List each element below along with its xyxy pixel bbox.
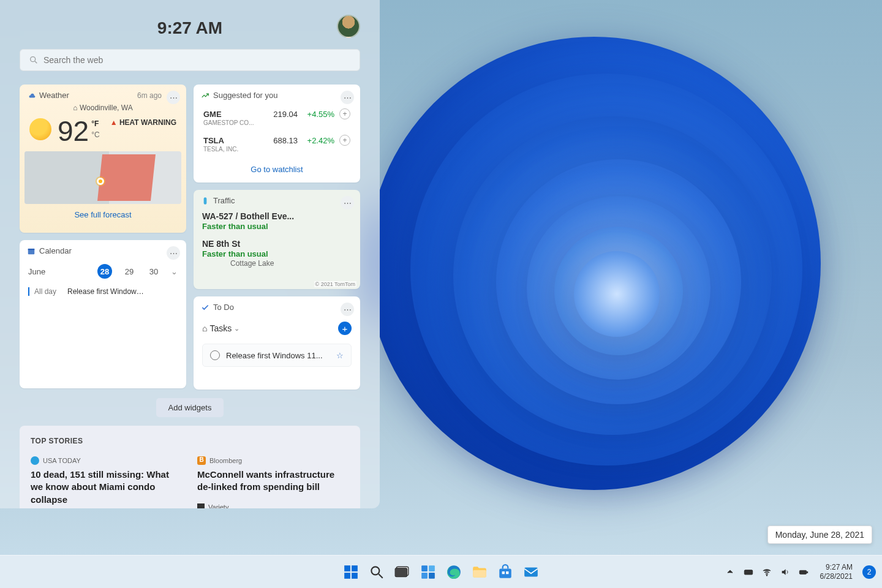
svg-rect-8 xyxy=(352,573,358,579)
stocks-title: Suggested for you xyxy=(213,91,278,100)
weather-more-button[interactable]: ⋯ xyxy=(167,91,180,104)
calendar-title: Calendar xyxy=(39,246,72,255)
svg-rect-20 xyxy=(499,568,511,578)
calendar-more-button[interactable]: ⋯ xyxy=(167,246,180,260)
weather-units[interactable]: °F°C xyxy=(91,118,99,140)
stock-company-name: GAMESTOP CO... xyxy=(194,119,360,126)
chevron-down-icon[interactable]: ⌄ xyxy=(171,267,178,276)
traffic-title: Traffic xyxy=(213,196,235,205)
watchlist-link[interactable]: Go to watchlist xyxy=(194,159,360,183)
calendar-day-30[interactable]: 30 xyxy=(146,264,161,279)
svg-rect-32 xyxy=(807,571,807,573)
date-tooltip: Monday, June 28, 2021 xyxy=(767,526,872,544)
svg-rect-15 xyxy=(429,565,435,571)
widgets-taskbar-button[interactable] xyxy=(418,562,438,582)
svg-rect-7 xyxy=(344,573,350,579)
top-stories-heading: TOP STORIES xyxy=(31,437,349,445)
task-checkbox[interactable] xyxy=(210,350,220,360)
story-2[interactable]: BBloomberg McConnell wants infrastructur… xyxy=(197,456,349,508)
weather-widget[interactable]: Weather 6m ago ⋯ ⌂ Woodinville, WA 92 °F… xyxy=(20,85,186,233)
svg-rect-23 xyxy=(524,567,538,576)
svg-point-9 xyxy=(371,567,379,575)
search-box[interactable]: Search the web xyxy=(20,49,360,71)
taskbar-search-button[interactable] xyxy=(367,562,386,582)
wifi-icon[interactable] xyxy=(761,567,772,578)
stocks-more-button[interactable]: ⋯ xyxy=(341,91,354,104)
task-text: Release first Windows 11... xyxy=(226,351,330,360)
svg-rect-3 xyxy=(28,248,35,249)
svg-rect-21 xyxy=(502,571,505,573)
source-name: Bloomberg xyxy=(209,457,242,464)
calendar-event[interactable]: Release first Windows 1... xyxy=(67,287,147,296)
stock-price: 219.04 xyxy=(240,110,298,119)
todo-more-button[interactable]: ⋯ xyxy=(341,303,354,316)
user-avatar[interactable] xyxy=(337,15,360,38)
all-day-label: All day xyxy=(34,287,56,296)
home-icon: ⌂ xyxy=(202,323,207,333)
map-copyright: © 2021 TomTom xyxy=(314,281,357,287)
svg-rect-5 xyxy=(344,565,350,571)
edge-button[interactable] xyxy=(444,562,464,582)
chevron-down-icon[interactable]: ⌄ xyxy=(234,325,239,333)
mail-button[interactable] xyxy=(521,562,541,582)
story-headline: McConnell wants infrastructure de-linked… xyxy=(197,469,349,494)
todo-title: To Do xyxy=(213,303,234,312)
calendar-widget[interactable]: Calendar ⋯ June 28 29 30 ⌄ All day Relea… xyxy=(20,240,186,388)
traffic-widget[interactable]: Traffic ⋯ WA-527 / Bothell Eve... Faster… xyxy=(194,190,360,289)
svg-rect-17 xyxy=(429,573,435,579)
star-icon[interactable]: ☆ xyxy=(336,351,344,360)
stock-company-name: TESLA, INC. xyxy=(194,146,360,153)
traffic-road-2: NE 8th St xyxy=(194,232,360,249)
source-icon xyxy=(197,503,205,509)
story-1[interactable]: USA TODAY 10 dead, 151 still missing: Wh… xyxy=(31,456,183,508)
story-headline: 10 dead, 151 still missing: What we know… xyxy=(31,469,183,506)
traffic-status-2: Faster than usual xyxy=(194,249,360,259)
add-task-button[interactable]: + xyxy=(338,322,352,335)
stock-price: 688.13 xyxy=(240,136,298,145)
volume-icon[interactable] xyxy=(780,567,791,578)
battery-icon[interactable] xyxy=(798,567,809,578)
svg-point-0 xyxy=(31,57,36,62)
forecast-link[interactable]: See full forecast xyxy=(20,204,186,225)
source-icon: B xyxy=(197,456,206,465)
calendar-day-28[interactable]: 28 xyxy=(97,264,112,279)
weather-title: Weather xyxy=(39,91,69,100)
keyboard-icon[interactable] xyxy=(743,567,754,578)
stocks-widget[interactable]: Suggested for you ⋯ GME 219.04 +4.55% + … xyxy=(194,85,360,183)
svg-rect-4 xyxy=(204,197,207,205)
calendar-month: June xyxy=(28,267,45,276)
story-footer-source: Variety xyxy=(208,503,228,509)
source-icon xyxy=(31,456,39,465)
tray-chevron[interactable] xyxy=(725,567,736,578)
svg-rect-14 xyxy=(421,565,428,571)
todo-list-name[interactable]: Tasks xyxy=(209,323,232,333)
taskbar: 9:27 AM 6/28/2021 2 xyxy=(0,555,882,588)
weather-temperature: 92 xyxy=(58,115,89,148)
weather-location: ⌂ Woodinville, WA xyxy=(20,104,186,112)
add-stock-button[interactable]: + xyxy=(339,108,350,119)
svg-rect-13 xyxy=(395,568,407,576)
top-stories-widget[interactable]: TOP STORIES USA TODAY 10 dead, 151 still… xyxy=(20,426,360,508)
taskbar-clock[interactable]: 9:27 AM 6/28/2021 xyxy=(820,563,853,581)
file-explorer-button[interactable] xyxy=(470,562,489,582)
add-stock-button[interactable]: + xyxy=(339,135,350,146)
stock-change: +4.55% xyxy=(298,110,334,119)
tray-date: 6/28/2021 xyxy=(820,572,853,581)
add-widgets-button[interactable]: Add widgets xyxy=(156,398,224,417)
traffic-road-1: WA-527 / Bothell Eve... xyxy=(194,211,360,221)
svg-line-1 xyxy=(35,61,37,63)
store-button[interactable] xyxy=(496,562,515,582)
svg-rect-22 xyxy=(506,571,508,573)
todo-task[interactable]: Release first Windows 11... ☆ xyxy=(202,344,352,367)
start-button[interactable] xyxy=(341,562,361,582)
task-view-button[interactable] xyxy=(393,562,412,582)
notification-badge[interactable]: 2 xyxy=(862,565,876,579)
svg-rect-19 xyxy=(473,570,486,577)
svg-rect-24 xyxy=(744,570,752,574)
calendar-day-29[interactable]: 29 xyxy=(122,264,137,279)
todo-widget[interactable]: To Do ⋯ ⌂ Tasks ⌄ + Release first Window… xyxy=(194,296,360,390)
traffic-more-button[interactable]: ⋯ xyxy=(341,196,354,209)
stock-row-tsla[interactable]: TSLA 688.13 +2.42% + xyxy=(194,132,360,146)
stock-row-gme[interactable]: GME 219.04 +4.55% + xyxy=(194,106,360,119)
weather-icon xyxy=(27,91,36,100)
